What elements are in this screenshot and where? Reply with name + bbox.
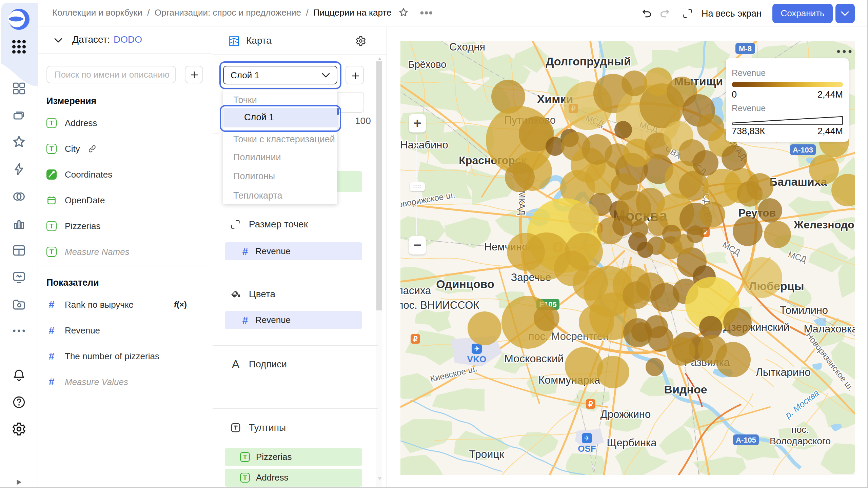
svg-text:Володарского: Володарского: [770, 436, 831, 446]
svg-text:Троицк: Троицк: [469, 448, 505, 460]
svg-text:OSF: OSF: [578, 444, 596, 454]
svg-text:Томилино: Томилино: [780, 304, 828, 316]
svg-text:А-105: А-105: [736, 436, 756, 444]
svg-text:пос.: пос.: [791, 424, 809, 435]
svg-text:М-8: М-8: [739, 44, 752, 53]
svg-text:Одинцово: Одинцово: [436, 278, 494, 290]
svg-text:✈: ✈: [584, 434, 590, 442]
svg-text:Брёхово: Брёхово: [408, 59, 447, 70]
svg-text:МКАД: МКАД: [517, 191, 527, 216]
svg-text:Московский: Московский: [504, 352, 564, 365]
svg-text:₽: ₽: [588, 400, 593, 408]
svg-text:✈: ✈: [474, 345, 480, 352]
svg-text:Видное: Видное: [664, 383, 707, 396]
svg-text:Долгопрудный: Долгопрудный: [546, 55, 631, 68]
svg-text:пос. ВНИИССОК: пос. ВНИИССОК: [400, 299, 479, 311]
svg-text:Лыткарино: Лыткарино: [756, 366, 811, 378]
svg-text:Дрожжино: Дрожжино: [600, 408, 651, 420]
svg-text:Нахабино: Нахабино: [400, 139, 448, 151]
svg-text:VKO: VKO: [467, 354, 486, 364]
svg-text:Щербинка: Щербинка: [607, 437, 657, 449]
svg-text:Сходня: Сходня: [449, 41, 485, 53]
svg-text:Железнодоро: Железнодоро: [793, 219, 855, 231]
svg-text:А-103: А-103: [793, 146, 813, 154]
svg-text:ласиха: ласиха: [400, 285, 431, 297]
svg-text:₽: ₽: [413, 335, 418, 343]
